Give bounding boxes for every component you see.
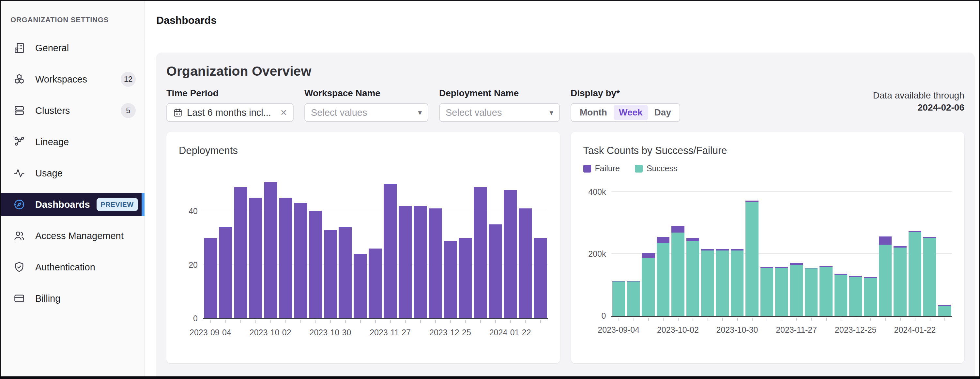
x-tick (405, 320, 406, 323)
bar (428, 171, 443, 318)
x-tick (435, 320, 436, 323)
task-counts-card: Task Counts by Success/Failure FailureSu… (571, 132, 965, 363)
bar-segment-success (894, 248, 906, 316)
sidebar-item-label: Usage (35, 168, 63, 179)
bar (383, 171, 398, 318)
bar (398, 171, 413, 318)
deployments-chart: 020402023-09-042023-10-022023-10-302023-… (179, 171, 548, 349)
charts-row: Deployments 020402023-09-042023-10-02202… (166, 132, 964, 363)
bar-fill (339, 227, 352, 318)
x-tick (480, 320, 481, 323)
bar (611, 182, 626, 316)
deployment-name-placeholder: Select values (445, 107, 502, 118)
bar-segment-success (835, 275, 847, 316)
sidebar-item-label: Authentication (35, 262, 95, 273)
sidebar-item-label: Access Management (35, 231, 124, 241)
legend-item-success: Success (635, 164, 677, 173)
caret-down-icon: ▾ (549, 108, 553, 117)
bar-segment-failure (671, 226, 684, 232)
bar-segment-failure (686, 238, 699, 241)
legend-item-failure: Failure (583, 164, 620, 173)
network-icon (13, 136, 25, 148)
workspaces-count-badge: 12 (121, 72, 136, 87)
task-counts-chart: 0200k400k2023-09-042023-10-022023-10-302… (583, 182, 952, 346)
bar (745, 182, 759, 316)
people-icon (13, 229, 25, 242)
x-axis-label: 2023-11-27 (370, 328, 411, 337)
bar-fill (444, 241, 457, 318)
shield-check-icon (13, 261, 25, 273)
legend-label: Success (647, 164, 677, 173)
x-tick (663, 318, 663, 321)
x-tick (495, 320, 496, 323)
x-tick (826, 318, 827, 321)
plot-area: 02040 (203, 171, 548, 319)
sidebar-item-billing[interactable]: Billing (1, 287, 144, 310)
clear-filter-icon[interactable]: ✕ (277, 108, 287, 118)
bar (443, 171, 458, 318)
x-tick (900, 318, 901, 321)
bar-segment-failure (642, 253, 654, 258)
display-by-option-week[interactable]: Week (614, 105, 648, 120)
bar-segment-success (760, 268, 773, 316)
bar-fill (249, 197, 262, 318)
x-tick (510, 320, 511, 323)
bar (323, 171, 338, 318)
sidebar-item-clusters[interactable]: Clusters5 (1, 99, 144, 122)
data-available-date: 2024-02-06 (873, 102, 964, 113)
app-window: ORGANIZATION SETTINGS GeneralWorkspaces1… (0, 0, 980, 379)
legend-label: Failure (595, 164, 620, 173)
x-tick (330, 320, 331, 323)
legend-swatch-failure (583, 165, 591, 172)
sidebar-item-label: Clusters (35, 105, 70, 116)
bar (700, 182, 715, 316)
sidebar-item-access-management[interactable]: Access Management (1, 225, 144, 247)
sidebar-item-general[interactable]: General (1, 37, 144, 59)
calendar-icon (173, 108, 183, 118)
bar-fill (383, 184, 397, 318)
bar-segment-success (657, 243, 670, 316)
time-period-input[interactable]: Last 6 months incl... ✕ (166, 103, 294, 122)
workspace-name-label: Workspace Name (304, 88, 428, 99)
overview-title: Organization Overview (166, 64, 964, 79)
y-axis-label: 400k (588, 187, 606, 196)
sidebar-item-authentication[interactable]: Authentication (1, 256, 144, 279)
x-tick (465, 320, 466, 323)
bar (819, 182, 833, 316)
display-by-option-day[interactable]: Day (649, 105, 676, 120)
x-tick (767, 318, 767, 321)
deployments-card: Deployments 020402023-09-042023-10-02202… (166, 132, 560, 363)
x-tick (525, 320, 526, 323)
display-by-toggle: Month Week Day (571, 103, 680, 122)
display-by-option-month[interactable]: Month (574, 105, 612, 120)
y-axis-label: 0 (193, 314, 198, 323)
bar-segment-success (731, 250, 743, 316)
required-mark: * (616, 88, 620, 98)
x-tick (633, 318, 634, 321)
bar (368, 171, 383, 318)
sidebar-item-usage[interactable]: Usage (1, 162, 144, 185)
bar (278, 171, 293, 318)
bar-segment-success (805, 268, 818, 316)
page-title: Dashboards (156, 14, 216, 26)
x-tick (226, 320, 226, 323)
deployment-name-select[interactable]: Select values ▾ (439, 103, 560, 122)
bar-fill (234, 187, 247, 318)
x-tick (270, 320, 271, 323)
bar (308, 171, 323, 318)
bar-fill (309, 211, 322, 318)
filters-row: Time Period (166, 88, 964, 122)
x-axis: 2023-09-042023-10-022023-10-302023-11-27… (611, 317, 952, 346)
x-tick (360, 320, 361, 323)
sidebar-item-lineage[interactable]: Lineage (1, 131, 144, 153)
x-tick (420, 320, 421, 323)
bar (863, 182, 878, 316)
bar-fill (294, 203, 307, 318)
workspace-name-select[interactable]: Select values ▾ (304, 103, 428, 122)
x-axis-label: 2023-10-30 (309, 328, 351, 337)
sidebar-item-workspaces[interactable]: Workspaces12 (1, 68, 144, 91)
bar-segment-success (849, 277, 862, 316)
x-axis-label: 2023-12-25 (430, 328, 471, 337)
sidebar-item-dashboards[interactable]: DashboardsPREVIEW (1, 193, 144, 216)
main-area: Dashboards Organization Overview Time Pe… (145, 1, 979, 376)
